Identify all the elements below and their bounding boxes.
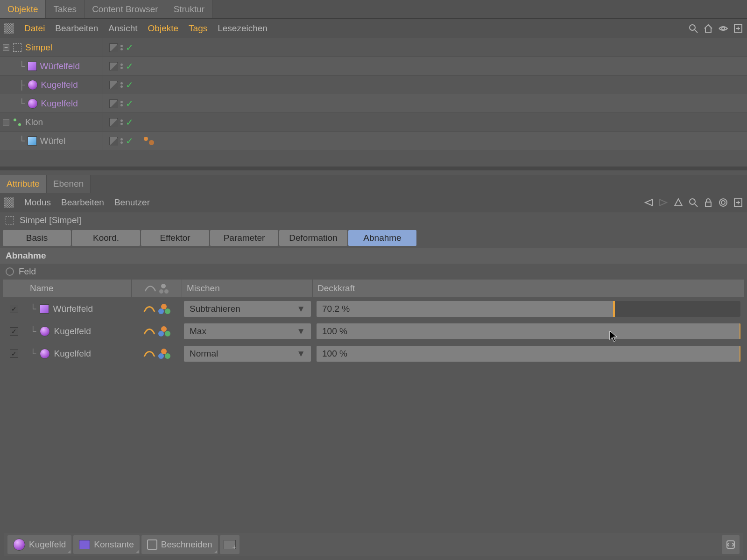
tree-item-label[interactable]: Kugelfeld	[41, 98, 78, 109]
menu-view[interactable]: Ansicht	[108, 23, 137, 34]
field-row-item[interactable]: ✓└KugelfeldMax▼100 %	[3, 321, 744, 342]
tree-row-simpel[interactable]: – Simpel ✓	[0, 38, 747, 57]
row-enable-checkbox[interactable]: ✓	[3, 305, 25, 313]
menu-objects[interactable]: Objekte	[148, 23, 178, 34]
row-mix-dropdown[interactable]: Normal▼	[182, 346, 313, 362]
row-opacity-slider[interactable]: 70.2 %	[313, 301, 744, 317]
col-icons[interactable]	[132, 280, 182, 297]
row-channel-icons[interactable]	[132, 304, 182, 314]
layer-color-icon[interactable]	[109, 62, 118, 70]
layer-color-icon[interactable]	[109, 99, 118, 108]
menu-user[interactable]: Benutzer	[114, 197, 150, 208]
layer-color-icon[interactable]	[109, 81, 118, 89]
col-enable[interactable]	[3, 280, 25, 297]
section-tab-effektor[interactable]: Effektor	[141, 230, 209, 246]
section-tab-koord[interactable]: Koord.	[72, 230, 140, 246]
visibility-dots-icon[interactable]	[120, 45, 123, 50]
row-channel-icons[interactable]	[132, 326, 182, 336]
add-panel-icon[interactable]	[733, 23, 743, 34]
add-panel-icon[interactable]	[733, 197, 743, 208]
visibility-dots-icon[interactable]	[120, 63, 123, 69]
panel-options-icon[interactable]	[4, 23, 14, 34]
row-opacity-slider[interactable]: 100 %	[313, 346, 744, 362]
bottom-btn-beschneiden[interactable]: Beschneiden	[141, 535, 218, 554]
field-row-item[interactable]: ✓└WürfelfeldSubtrahieren▼70.2 %	[3, 298, 744, 320]
row-name-cell[interactable]: └Kugelfeld	[25, 349, 132, 359]
row-mix-dropdown[interactable]: Max▼	[182, 323, 313, 339]
tag-icon[interactable]	[143, 136, 155, 146]
tab-attribute[interactable]: Attribute	[0, 175, 47, 193]
curve-icon[interactable]	[143, 327, 155, 336]
tab-content-browser[interactable]: Content Browser	[85, 0, 166, 18]
bottom-btn-link[interactable]	[722, 535, 740, 554]
layer-color-icon[interactable]	[109, 137, 118, 145]
enable-check-icon[interactable]: ✓	[126, 98, 134, 109]
section-tab-basis[interactable]: Basis	[3, 230, 71, 246]
layer-color-icon[interactable]	[109, 118, 118, 126]
tree-item-label[interactable]: Simpel	[25, 42, 52, 53]
anim-dot-icon[interactable]	[6, 267, 14, 276]
field-row-item[interactable]: ✓└KugelfeldNormal▼100 %	[3, 343, 744, 364]
tree-item-label[interactable]: Kugelfeld	[41, 80, 78, 90]
section-tab-parameter[interactable]: Parameter	[210, 230, 278, 246]
tree-row-wuerfelfeld[interactable]: └ Würfelfeld ✓	[0, 57, 747, 76]
panel-separator[interactable]	[0, 167, 747, 170]
menu-tags[interactable]: Tags	[189, 23, 207, 34]
nav-back-icon[interactable]	[643, 197, 654, 208]
panel-options-icon[interactable]	[4, 197, 14, 208]
bottom-btn-folder[interactable]	[220, 535, 240, 554]
eye-icon[interactable]	[718, 23, 728, 34]
layer-color-icon[interactable]	[109, 43, 118, 52]
menu-edit[interactable]: Bearbeiten	[55, 23, 98, 34]
tree-row-kugelfeld-2[interactable]: └ Kugelfeld ✓	[0, 94, 747, 113]
row-name-cell[interactable]: └Würfelfeld	[25, 304, 132, 314]
menu-mode[interactable]: Modus	[24, 197, 51, 208]
row-name-cell[interactable]: └Kugelfeld	[25, 326, 132, 336]
tab-takes[interactable]: Takes	[46, 0, 85, 18]
visibility-dots-icon[interactable]	[120, 119, 123, 125]
tree-item-label[interactable]: Würfelfeld	[40, 61, 80, 71]
curve-icon[interactable]	[143, 349, 155, 358]
enable-check-icon[interactable]: ✓	[126, 117, 134, 128]
tree-item-label[interactable]: Würfel	[40, 136, 65, 146]
tree-row-kugelfeld-1[interactable]: ├ Kugelfeld ✓	[0, 76, 747, 94]
row-enable-checkbox[interactable]: ✓	[3, 350, 25, 358]
tree-row-wuerfel[interactable]: └ Würfel ✓	[0, 132, 747, 150]
lock-icon[interactable]	[703, 197, 713, 208]
rgb-icon[interactable]	[158, 304, 170, 314]
rgb-icon[interactable]	[158, 349, 170, 359]
menu-file[interactable]: Datei	[24, 23, 45, 34]
section-tab-abnahme[interactable]: Abnahme	[348, 230, 416, 246]
search-icon[interactable]	[688, 23, 698, 34]
enable-check-icon[interactable]: ✓	[126, 42, 134, 53]
enable-check-icon[interactable]: ✓	[126, 61, 134, 72]
col-name[interactable]: Name	[25, 280, 132, 297]
rgb-icon[interactable]	[158, 326, 170, 336]
tab-objects[interactable]: Objekte	[0, 0, 46, 18]
menu-edit-attr[interactable]: Bearbeiten	[61, 197, 104, 208]
home-icon[interactable]	[703, 23, 713, 34]
enable-check-icon[interactable]: ✓	[126, 135, 134, 147]
col-opacity[interactable]: Deckkraft	[313, 280, 744, 297]
expander-icon[interactable]: –	[3, 119, 9, 126]
search-icon[interactable]	[688, 197, 698, 208]
visibility-dots-icon[interactable]	[120, 101, 123, 106]
bottom-btn-konstante[interactable]: Konstante	[73, 535, 140, 554]
tree-row-klon[interactable]: – Klon ✓	[0, 113, 747, 132]
row-enable-checkbox[interactable]: ✓	[3, 327, 25, 336]
curve-icon[interactable]	[143, 304, 155, 314]
section-tab-deformation[interactable]: Deformation	[279, 230, 347, 246]
visibility-dots-icon[interactable]	[120, 82, 123, 88]
menu-bookmarks[interactable]: Lesezeichen	[218, 23, 268, 34]
row-channel-icons[interactable]	[132, 349, 182, 359]
expander-icon[interactable]: –	[3, 44, 9, 51]
enable-check-icon[interactable]: ✓	[126, 79, 134, 91]
tab-structure[interactable]: Struktur	[166, 0, 213, 18]
row-opacity-slider[interactable]: 100 %	[313, 323, 744, 339]
nav-up-icon[interactable]	[673, 197, 684, 208]
tree-item-label[interactable]: Klon	[25, 117, 43, 127]
target-icon[interactable]	[718, 197, 728, 208]
col-mix[interactable]: Mischen	[182, 280, 313, 297]
row-mix-dropdown[interactable]: Subtrahieren▼	[182, 301, 313, 317]
visibility-dots-icon[interactable]	[120, 138, 123, 144]
